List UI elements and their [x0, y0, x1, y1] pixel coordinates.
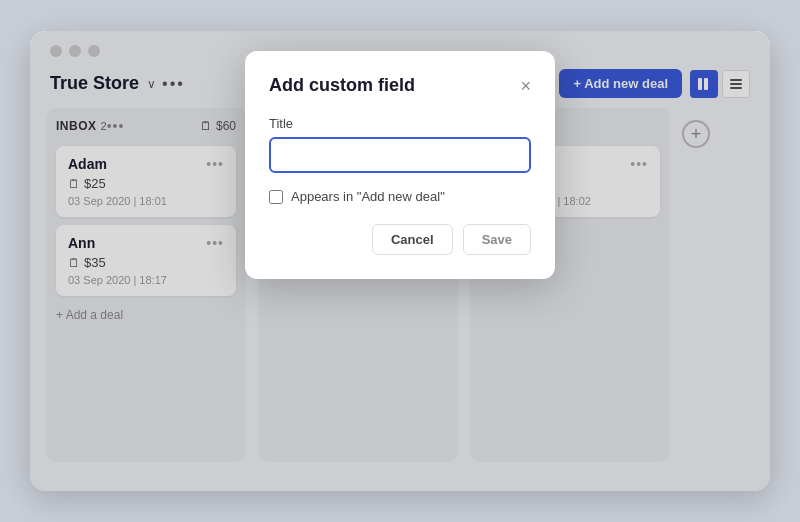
title-field-label: Title [269, 116, 531, 131]
modal-actions: Cancel Save [269, 224, 531, 255]
save-button[interactable]: Save [463, 224, 531, 255]
appears-in-checkbox[interactable] [269, 190, 283, 204]
title-input[interactable] [269, 137, 531, 173]
app-container: True Store ∨ ••• + Add new deal [30, 31, 770, 491]
modal-close-button[interactable]: × [520, 77, 531, 95]
modal-title-field: Title [269, 116, 531, 173]
add-custom-field-modal: Add custom field × Title Appears in "Add… [245, 51, 555, 279]
modal-overlay: Add custom field × Title Appears in "Add… [30, 31, 770, 491]
appears-in-checkbox-row: Appears in "Add new deal" [269, 189, 531, 204]
modal-title: Add custom field [269, 75, 415, 96]
modal-header: Add custom field × [269, 75, 531, 96]
appears-in-label: Appears in "Add new deal" [291, 189, 445, 204]
cancel-button[interactable]: Cancel [372, 224, 453, 255]
